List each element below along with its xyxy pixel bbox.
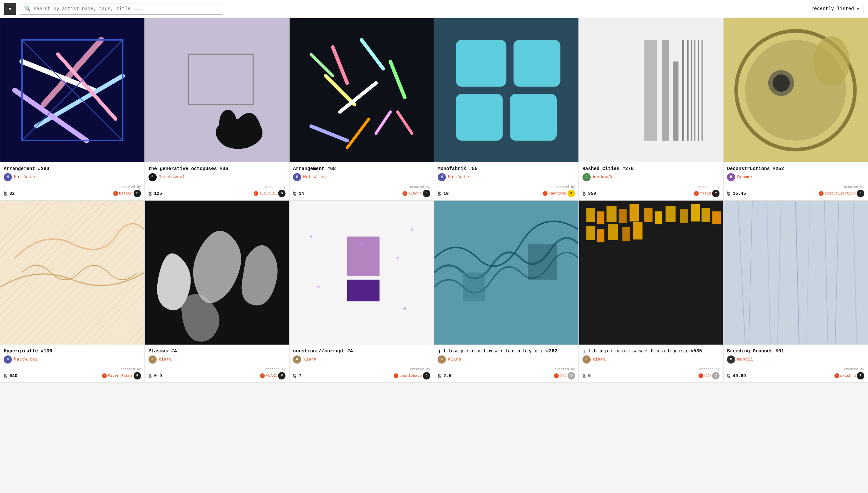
card-breeding91[interactable]: Breeding Grounds #91 M moncil created by… <box>723 200 868 383</box>
card-body-generative36: the generative octopuses #36 P Patchivau… <box>145 162 289 181</box>
search-input[interactable] <box>34 6 219 12</box>
creator-avatar: P <box>857 372 864 379</box>
creator-name: ⬡⬡ <box>704 373 711 378</box>
card-image-arrangement68 <box>290 18 434 162</box>
card-body-jtba262: j.t.b.a.p.r.c.c.t.w.w.r.h.o.a.h.y.e.i #2… <box>434 345 578 364</box>
creator-avatar: Y <box>712 190 719 197</box>
svg-rect-22 <box>456 94 503 141</box>
created-by-label: created by <box>727 185 864 189</box>
card-hashed270[interactable]: Hashed Cities #270 A AceAndCo created by… <box>579 18 724 200</box>
card-artist: M MattW.tez <box>4 173 141 181</box>
svg-rect-25 <box>662 40 669 141</box>
creator-info: ✓ pxlshrd P <box>834 372 864 379</box>
card-title: j.t.b.a.p.r.c.c.t.w.w.r.h.o.a.h.y.e.i #5… <box>583 348 720 354</box>
price: 32 <box>4 191 15 196</box>
card-generative36[interactable]: the generative octopuses #36 P Patchivau… <box>145 18 290 200</box>
artist-avatar: K <box>438 355 446 364</box>
verified-icon: ✓ <box>402 191 407 196</box>
artist-avatar: M <box>438 173 446 181</box>
artist-name: MattW.tez <box>448 174 472 180</box>
card-artist: K klara <box>293 355 430 364</box>
svg-rect-20 <box>456 40 507 87</box>
card-title: Hashed Cities #270 <box>583 166 720 172</box>
svg-rect-55 <box>618 209 626 223</box>
price: 640 <box>4 373 17 378</box>
svg-line-10 <box>333 47 347 83</box>
card-footer: created by 5 ✓ ⬡⬡ ⬡ <box>579 366 723 382</box>
card-construct4[interactable]: construct//corrupt #4 K klara created by… <box>289 200 434 383</box>
search-bar: 🔍 <box>20 3 223 15</box>
svg-line-18 <box>311 54 333 76</box>
creator-name: VVAXX <box>266 374 277 378</box>
svg-rect-31 <box>698 40 699 141</box>
card-image-construct4 <box>290 201 434 345</box>
footer-bottom: 0.9 ✓ VVAXX V <box>149 372 286 379</box>
card-artist: P Patchivault <box>149 173 286 181</box>
card-plasmas4[interactable]: Plasmas #4 K klara created by 0.9 ✓ VVAX… <box>145 200 290 383</box>
created-by-label: created by <box>727 368 864 371</box>
card-body-deconstructions252: Deconstructions #252 B Boomer <box>724 162 868 181</box>
card-deconstructions252[interactable]: Deconstructions #252 B Boomer created by… <box>723 18 868 200</box>
svg-rect-53 <box>597 211 604 224</box>
verified-icon: ✓ <box>834 373 839 378</box>
card-image-arrangement283 <box>0 18 144 162</box>
created-by-label: created by <box>149 185 286 189</box>
svg-rect-63 <box>712 211 721 224</box>
svg-line-12 <box>326 76 354 105</box>
svg-rect-49 <box>528 244 557 280</box>
artist-name: klara <box>303 357 316 362</box>
card-arrangement68[interactable]: Arrangement #68 M MattW.tez created by 1… <box>289 18 434 200</box>
card-artist: A AceAndCo <box>583 173 720 181</box>
artist-name: moncil <box>737 357 753 362</box>
card-footer: created by 125 ✓ s_r_r_z_ S <box>145 184 289 200</box>
sort-dropdown[interactable]: recently listed ▾ <box>807 4 864 14</box>
card-jtba262[interactable]: j.t.b.a.p.r.c.c.t.w.w.r.h.o.a.h.y.e.i #2… <box>434 200 579 383</box>
filter-button[interactable]: ▼ <box>4 3 16 15</box>
svg-rect-67 <box>622 227 630 241</box>
svg-point-48 <box>411 228 413 231</box>
creator-info: ✓ omarlobato O <box>394 372 430 379</box>
artist-avatar: K <box>293 355 301 364</box>
card-title: Hypergiraffe #136 <box>4 348 141 354</box>
svg-rect-54 <box>606 206 616 222</box>
creator-name: Eltono <box>408 191 422 196</box>
card-hypergiraffe136[interactable]: Hypergiraffe #136 M MattW.tez created by… <box>0 200 145 383</box>
svg-rect-62 <box>702 208 710 222</box>
card-monofabrik55[interactable]: Monofabrik #55 M MattW.tez created by 10… <box>434 18 579 200</box>
price: 850 <box>583 191 596 196</box>
price: 49.69 <box>727 373 746 378</box>
created-by-label: created by <box>293 368 430 371</box>
verified-icon: ✓ <box>113 191 118 196</box>
card-footer: created by 0.9 ✓ VVAXX V <box>145 366 289 382</box>
svg-rect-27 <box>682 40 684 141</box>
footer-bottom: 49.69 ✓ pxlshrd P <box>727 372 864 379</box>
svg-rect-60 <box>680 209 688 223</box>
creator-info: ✓ ⬡⬡ ⬡ <box>554 372 575 379</box>
filter-icon: ▼ <box>8 6 13 12</box>
created-by-label: created by <box>583 185 720 189</box>
card-arrangement283[interactable]: Arrangement #283 M MattW.tez created by … <box>0 18 145 200</box>
creator-info: ✓ Eltono E <box>402 190 430 197</box>
creator-info: ✓ VVAXX V <box>260 372 285 379</box>
artist-name: klara <box>159 357 172 362</box>
price: 15.45 <box>727 191 746 196</box>
card-title: construct//corrupt #4 <box>293 348 430 354</box>
svg-point-38 <box>814 36 850 87</box>
footer-bottom: 850 ✓ Yazid Y <box>583 190 720 197</box>
artist-name: klara <box>448 357 461 362</box>
card-image-jtba262 <box>434 201 578 345</box>
svg-point-46 <box>403 307 406 310</box>
card-footer: created by 10 ✓ nanogram 0 <box>434 184 578 200</box>
card-body-plasmas4: Plasmas #4 K klara <box>145 345 289 364</box>
svg-line-74 <box>807 201 810 345</box>
svg-line-69 <box>738 201 745 345</box>
svg-rect-57 <box>644 208 652 222</box>
card-title: j.t.b.a.p.r.c.c.t.w.w.r.h.o.a.h.y.e.i #2… <box>438 348 575 354</box>
card-jtba535[interactable]: j.t.b.a.p.r.c.c.t.w.w.r.h.o.a.h.y.e.i #5… <box>579 200 724 383</box>
verified-icon: ✓ <box>102 373 107 378</box>
svg-line-72 <box>778 201 782 345</box>
svg-line-76 <box>835 201 839 345</box>
artist-avatar: M <box>4 355 12 364</box>
card-image-monofabrik55 <box>434 18 578 162</box>
svg-rect-64 <box>586 226 595 240</box>
